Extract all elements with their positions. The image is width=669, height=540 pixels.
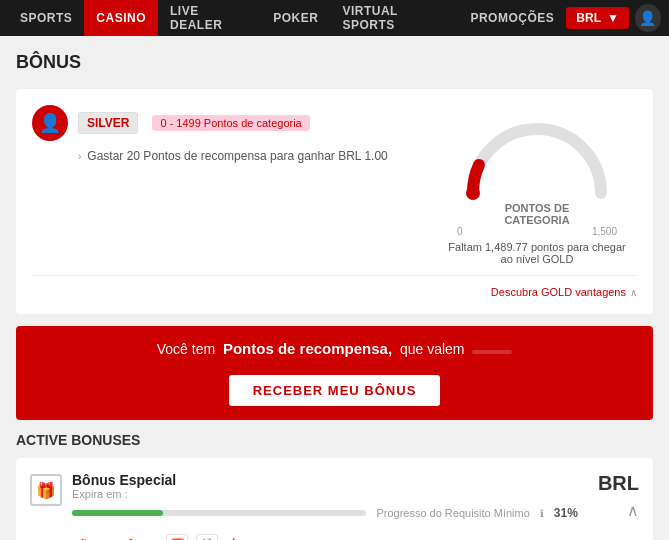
gift-icon: 🎁 xyxy=(30,474,62,506)
person-icon: 👤 xyxy=(39,112,61,134)
active-bonuses-title: ACTIVE BONUSES xyxy=(16,432,653,448)
gold-link-text: Descubra GOLD vantagens xyxy=(491,286,626,298)
calendar-icon[interactable]: 📅 xyxy=(166,534,188,540)
user-icon: 👤 xyxy=(639,10,656,26)
page-content: BÔNUS 👤 SILVER 0 - 1499 Pontos de catego… xyxy=(0,36,669,540)
gauge-min: 0 xyxy=(457,226,463,237)
gauge-container: PONTOS DECATEGORIA 0 1,500 Faltam 1,489.… xyxy=(437,113,637,265)
nav-live-dealer[interactable]: LIVE DEALER xyxy=(158,4,261,32)
gauge-label: PONTOS DECATEGORIA xyxy=(437,202,637,226)
promo-text-before: Você tem xyxy=(157,341,215,357)
progress-bar xyxy=(72,510,366,516)
promo-text-after: que valem xyxy=(400,341,465,357)
bonus-item-header: 🎁 Bônus Especial Expira em : Progresso d… xyxy=(30,472,639,526)
chevron-up-icon[interactable]: ∧ xyxy=(627,501,639,520)
page-title: BÔNUS xyxy=(16,52,653,73)
main-nav: SPORTS CASINO LIVE DEALER POKER VIRTUAL … xyxy=(0,0,669,36)
progress-section: Progresso do Requisito Mínimo ℹ 31% xyxy=(72,506,578,520)
gauge-range: 0 1,500 xyxy=(457,226,617,237)
soccer-icon[interactable]: ⚽ xyxy=(196,534,218,540)
nav-sports[interactable]: SPORTS xyxy=(8,11,84,25)
progress-pct: 31% xyxy=(554,506,578,520)
gauge-info2-text: ao nível GOLD xyxy=(501,253,574,265)
avatar: 👤 xyxy=(32,105,68,141)
progress-label: Progresso do Requisito Mínimo xyxy=(376,507,529,519)
gauge-max: 1,500 xyxy=(592,226,617,237)
currency-selector[interactable]: BRL ▼ xyxy=(566,7,629,29)
gauge-chart xyxy=(457,113,617,203)
nav-poker[interactable]: POKER xyxy=(261,11,330,25)
svg-point-0 xyxy=(466,186,480,200)
points-range: 0 - 1499 Pontos de categoria xyxy=(152,115,309,131)
bonus-item-content: Bônus Especial Expira em : Progresso do … xyxy=(72,472,578,526)
nav-promocoes[interactable]: PROMOÇÕES xyxy=(458,11,566,25)
bonus-amount: BRL xyxy=(588,472,639,495)
chevron-up-icon: ∧ xyxy=(630,287,637,298)
claim-button[interactable]: RECEBER MEU BÔNUS xyxy=(229,375,441,406)
bonus-item-especial: 🎁 Bônus Especial Expira em : Progresso d… xyxy=(16,458,653,540)
promo-amount xyxy=(472,350,512,354)
level-badge: SILVER xyxy=(78,112,138,134)
promo-bar: Você tem Pontos de recompensa, que valem… xyxy=(16,326,653,420)
divider xyxy=(32,275,637,276)
gauge-info: Faltam 1,489.77 pontos para chegar ao ní… xyxy=(437,241,637,265)
bonus-title: Bônus Especial xyxy=(72,472,578,488)
gold-link[interactable]: Descubra GOLD vantagens ∧ xyxy=(32,286,637,298)
info-icon: ℹ xyxy=(540,508,544,519)
currency-label: BRL xyxy=(576,11,601,25)
chevron-right-icon: › xyxy=(78,151,81,162)
arrow-down-icon: ↓ xyxy=(226,530,241,540)
bonus-expiry: Expira em : xyxy=(72,488,578,500)
promo-text: Você tem Pontos de recompensa, que valem xyxy=(36,340,633,357)
active-bonuses-section: ACTIVE BONUSES 🎁 Bônus Especial Expira e… xyxy=(16,432,653,540)
nav-casino[interactable]: CASINO xyxy=(84,0,158,36)
nav-virtual-sports[interactable]: VIRTUAL SPORTS xyxy=(330,4,458,32)
gauge-section: PONTOS DECATEGORIA 0 1,500 Faltam 1,489.… xyxy=(32,113,637,265)
user-menu-button[interactable]: 👤 xyxy=(635,4,661,32)
silver-card: 👤 SILVER 0 - 1499 Pontos de categoria › … xyxy=(16,89,653,314)
bonus-actions: DESCRIÇÃO DO BÔNUS 📅 ⚽ ↓ xyxy=(30,530,639,540)
earn-text: Gastar 20 Pontos de recompensa para ganh… xyxy=(87,149,387,163)
chevron-down-icon: ▼ xyxy=(607,11,619,25)
progress-fill xyxy=(72,510,163,516)
promo-highlight: Pontos de recompensa, xyxy=(223,340,392,357)
gauge-info-text: Faltam 1,489.77 pontos para chegar xyxy=(448,241,625,253)
